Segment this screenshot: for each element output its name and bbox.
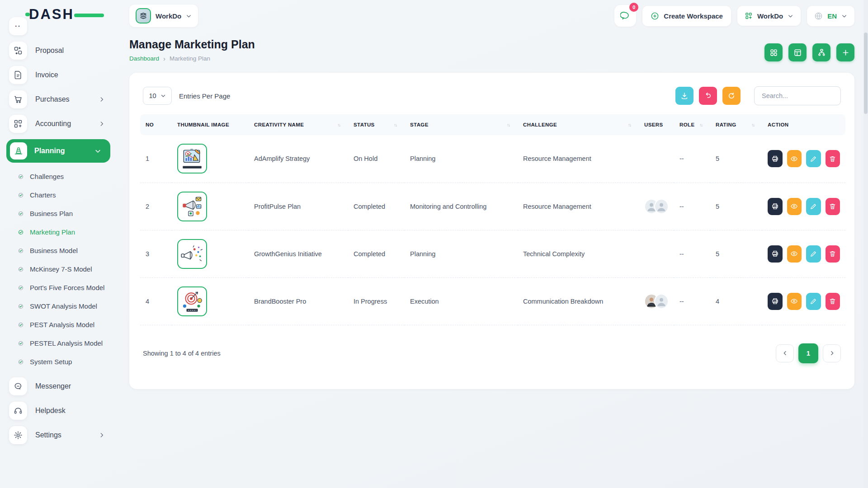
sidebar-subitem-swot[interactable]: SWOT Analysis Model: [0, 297, 117, 315]
col-rating[interactable]: RATING↑↓: [710, 114, 762, 135]
sidebar-subitem-business-plan[interactable]: Business Plan: [0, 204, 117, 223]
print-button[interactable]: [768, 198, 783, 215]
check-circle-icon: [18, 285, 24, 291]
edit-button[interactable]: [806, 150, 821, 167]
sidebar-subitem-system-setup[interactable]: System Setup: [0, 352, 117, 371]
sidebar-subitem-challenges[interactable]: Challenges: [0, 167, 117, 186]
delete-button[interactable]: [826, 198, 840, 215]
sidebar-item-settings[interactable]: Settings: [9, 426, 117, 444]
refresh-icon: [727, 92, 736, 100]
next-page-button[interactable]: [823, 344, 841, 362]
col-stage[interactable]: STAGE↑↓: [405, 114, 518, 135]
add-button[interactable]: [836, 43, 854, 61]
subitem-label: Business Model: [30, 247, 78, 254]
view-button[interactable]: [787, 293, 802, 310]
thumbnail-image[interactable]: [177, 286, 207, 316]
grid-icon: [769, 48, 778, 57]
table-row: 4 BrandBooster Pro In Progress Execution…: [140, 277, 845, 325]
sidebar-subitem-ports-five-forces[interactable]: Port's Five Forces Model: [0, 278, 117, 297]
check-circle-icon: [18, 304, 24, 309]
sidebar-item-helpdesk[interactable]: Helpdesk: [9, 402, 117, 420]
export-button[interactable]: [675, 87, 693, 105]
sort-icon[interactable]: ↑↓: [394, 122, 396, 127]
breadcrumb-current: Marketing Plan: [170, 55, 210, 62]
thumbnail-image[interactable]: [177, 144, 207, 174]
sidebar-item-partial[interactable]: ··: [9, 17, 117, 35]
sort-icon[interactable]: ↑↓: [628, 122, 631, 127]
view-button[interactable]: [787, 198, 802, 215]
thumbnail-image[interactable]: [177, 192, 207, 221]
sort-icon[interactable]: ↑↓: [699, 122, 702, 127]
sidebar-item-messenger[interactable]: Messenger: [9, 377, 117, 395]
edit-button[interactable]: [806, 245, 821, 263]
cone-icon: [10, 142, 27, 160]
subitem-label: PEST Analysis Model: [30, 321, 94, 328]
pencil-icon: [810, 155, 817, 163]
breadcrumb-dashboard-link[interactable]: Dashboard: [129, 55, 159, 62]
pencil-icon: [810, 297, 817, 305]
check-circle-icon: [18, 174, 24, 179]
cell-stage: Execution: [405, 277, 518, 325]
edit-button[interactable]: [806, 293, 821, 310]
view-button[interactable]: [787, 245, 802, 263]
thumbnail-image[interactable]: [177, 239, 207, 269]
table-row: 2 ProfitPulse Plan Completed Monitoring …: [140, 183, 845, 230]
sort-icon[interactable]: ↑↓: [337, 122, 340, 127]
sidebar: DASH ·· Proposal Invoice Purchases: [0, 0, 117, 488]
sidebar-subitem-charters[interactable]: Charters: [0, 186, 117, 204]
col-role[interactable]: ROLE↑↓: [674, 114, 710, 135]
sidebar-item-accounting[interactable]: Accounting: [9, 115, 117, 133]
reset-button[interactable]: [699, 87, 717, 105]
table-row: 1 AdAmplify Strategy On Hold Planning Re…: [140, 135, 845, 183]
sidebar-subitem-business-model[interactable]: Business Model: [0, 241, 117, 260]
table-icon: [793, 48, 802, 57]
hierarchy-view-button[interactable]: [812, 43, 830, 61]
sidebar-subitem-pest[interactable]: PEST Analysis Model: [0, 315, 117, 334]
col-name[interactable]: CREATIVITY NAME↑↓: [249, 114, 348, 135]
edit-button[interactable]: [806, 198, 821, 215]
messages-button[interactable]: 0: [614, 5, 636, 27]
eye-icon: [790, 250, 798, 258]
user-avatar-placeholder[interactable]: [654, 294, 669, 309]
sort-icon[interactable]: ↑↓: [751, 122, 754, 127]
sidebar-item-invoice[interactable]: Invoice: [9, 66, 117, 84]
print-button[interactable]: [768, 245, 783, 263]
grid-view-button[interactable]: [764, 43, 783, 61]
create-workspace-button[interactable]: Create Workspace: [642, 6, 731, 26]
refresh-button[interactable]: [722, 87, 741, 105]
cell-users: [639, 135, 674, 183]
planning-submenu: Challenges Charters Business Plan Market…: [0, 167, 117, 371]
chevron-down-icon: [841, 13, 847, 19]
sidebar-item-purchases[interactable]: Purchases: [9, 90, 117, 108]
sidebar-subitem-pestel[interactable]: PESTEL Analysis Model: [0, 334, 117, 352]
print-button[interactable]: [768, 293, 783, 310]
prev-page-button[interactable]: [776, 344, 794, 362]
user-avatar-placeholder[interactable]: [654, 199, 669, 214]
workspace-menu[interactable]: WorkDo: [737, 6, 801, 26]
workspace-switcher[interactable]: WorkDo: [129, 5, 198, 27]
col-status[interactable]: STATUS↑↓: [348, 114, 405, 135]
page-scrollbar[interactable]: [863, 0, 868, 488]
search-input[interactable]: [754, 86, 841, 105]
plus-icon: [841, 48, 850, 57]
trash-icon: [829, 155, 836, 163]
view-button[interactable]: [787, 150, 802, 167]
delete-button[interactable]: [826, 150, 840, 167]
entries-per-page-select[interactable]: 10: [143, 87, 172, 105]
cell-challenge: Communication Breakdown: [518, 277, 639, 325]
sidebar-item-proposal[interactable]: Proposal: [9, 42, 117, 60]
page-scrollbar-thumb[interactable]: [864, 33, 868, 114]
page-1-button[interactable]: 1: [798, 343, 818, 363]
sort-icon[interactable]: ↑↓: [507, 122, 509, 127]
language-selector[interactable]: EN: [807, 6, 854, 26]
delete-button[interactable]: [826, 293, 840, 310]
print-button[interactable]: [768, 150, 783, 167]
cell-creativity-name: ProfitPulse Plan: [249, 183, 348, 230]
sidebar-subitem-mckinsey-7s[interactable]: McKinsey 7-S Model: [0, 260, 117, 278]
sidebar-subitem-marketing-plan[interactable]: Marketing Plan: [0, 223, 117, 241]
table-controls: 10 Entries Per Page: [140, 86, 844, 105]
col-challenge[interactable]: CHALLENGE↑↓: [518, 114, 639, 135]
delete-button[interactable]: [826, 245, 840, 263]
sidebar-item-planning[interactable]: Planning: [6, 139, 110, 163]
table-view-button[interactable]: [788, 43, 807, 61]
